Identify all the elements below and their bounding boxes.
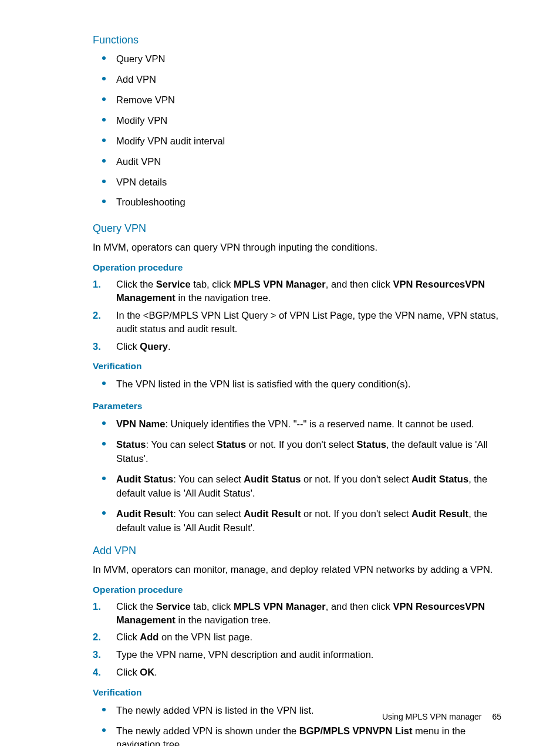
functions-list: Query VPN Add VPN Remove VPN Modify VPN … <box>93 52 501 210</box>
list-item: Status: You can select Status or not. If… <box>100 438 501 466</box>
text-bold: MPLS VPN Manager <box>234 601 326 612</box>
text: : Uniquely identifies the VPN. "--" is a… <box>165 418 474 429</box>
text-bold: VPN Name <box>116 418 165 429</box>
text-bold: Query <box>140 341 168 352</box>
text: : You can select <box>146 439 216 450</box>
step-item: Click Query. <box>93 340 501 353</box>
step-item: Click Add on the VPN list page. <box>93 630 501 644</box>
text: or not. If you don't select <box>301 474 411 484</box>
footer-text: Using MPLS VPN manager <box>382 712 482 721</box>
text-bold: MPLS VPN Manager <box>234 279 326 289</box>
text: or not. If you don't select <box>301 508 411 519</box>
heading-parameters: Parameters <box>93 401 501 411</box>
step-item: Type the VPN name, VPN description and a… <box>93 648 501 661</box>
text-bold: BGP/MPLS VPNVPN List <box>299 725 413 736</box>
text-bold: Audit Result <box>244 508 301 519</box>
query-steps: Click the Service tab, click MPLS VPN Ma… <box>93 278 501 353</box>
list-item: Audit VPN <box>100 155 501 169</box>
step-item: Click the Service tab, click MPLS VPN Ma… <box>93 278 501 305</box>
text-bold: Service <box>156 279 191 289</box>
text: : You can select <box>173 508 244 519</box>
text-bold: Status <box>116 439 146 450</box>
page-footer: Using MPLS VPN manager 65 <box>382 712 501 721</box>
heading-verification: Verification <box>93 361 501 372</box>
text: : You can select <box>173 474 244 484</box>
list-item: Remove VPN <box>100 93 501 107</box>
list-item: Audit Result: You can select Audit Resul… <box>100 507 501 535</box>
step-item: Click OK. <box>93 666 501 679</box>
query-verification-list: The VPN listed in the VPN list is satisf… <box>93 377 501 391</box>
text: , and then click <box>326 601 393 612</box>
heading-op-procedure-add: Operation procedure <box>93 585 501 595</box>
list-item: Query VPN <box>100 52 501 66</box>
text: in the navigation tree. <box>176 615 271 625</box>
text: The newly added VPN is shown under the <box>116 725 299 736</box>
add-intro: In MVM, operators can monitor, manage, a… <box>93 563 501 576</box>
text-bold: Audit Result <box>411 508 468 519</box>
text: tab, click <box>191 279 234 289</box>
text: or not. If you don't select <box>246 439 356 450</box>
step-item: In the <BGP/MPLS VPN List Query > of VPN… <box>93 309 501 336</box>
text-bold: Audit Result <box>116 508 173 519</box>
text: tab, click <box>191 601 234 612</box>
text: . <box>168 341 171 352</box>
add-verification-list: The newly added VPN is listed in the VPN… <box>93 704 501 746</box>
text-bold: OK <box>140 667 154 677</box>
heading-add-vpn: Add VPN <box>93 545 501 557</box>
heading-op-procedure: Operation procedure <box>93 262 501 273</box>
text: Click the <box>116 279 156 289</box>
text: Click <box>116 341 140 352</box>
text-bold: Audit Status <box>411 474 468 484</box>
list-item: The newly added VPN is shown under the B… <box>100 724 501 746</box>
text-bold: Status <box>217 439 246 450</box>
list-item: VPN Name: Uniquely identifies the VPN. "… <box>100 417 501 431</box>
list-item: VPN details <box>100 175 501 190</box>
add-steps: Click the Service tab, click MPLS VPN Ma… <box>93 600 501 679</box>
list-item: Troubleshooting <box>100 195 501 210</box>
text: Click <box>116 632 140 642</box>
parameters-list: VPN Name: Uniquely identifies the VPN. "… <box>93 417 501 535</box>
text-bold: Audit Status <box>116 474 173 484</box>
list-item: Audit Status: You can select Audit Statu… <box>100 472 501 501</box>
text: in the navigation tree. <box>176 292 271 303</box>
heading-functions: Functions <box>93 34 501 46</box>
step-item: Click the Service tab, click MPLS VPN Ma… <box>93 600 501 627</box>
text: Click the <box>116 601 156 612</box>
list-item: Modify VPN <box>100 114 501 128</box>
heading-verification-add: Verification <box>93 687 501 698</box>
query-intro: In MVM, operators can query VPN through … <box>93 241 501 254</box>
text-bold: Service <box>156 601 191 612</box>
text-bold: Status <box>356 439 386 450</box>
list-item: The VPN listed in the VPN list is satisf… <box>100 377 501 391</box>
text: . <box>154 667 157 677</box>
page-number: 65 <box>492 712 501 721</box>
text: Click <box>116 667 140 677</box>
heading-query-vpn: Query VPN <box>93 222 501 235</box>
list-item: Modify VPN audit interval <box>100 134 501 148</box>
text-bold: Add <box>140 632 158 642</box>
text: , and then click <box>326 279 393 289</box>
text: on the VPN list page. <box>158 632 252 642</box>
text-bold: Audit Status <box>244 474 301 484</box>
list-item: Add VPN <box>100 73 501 87</box>
